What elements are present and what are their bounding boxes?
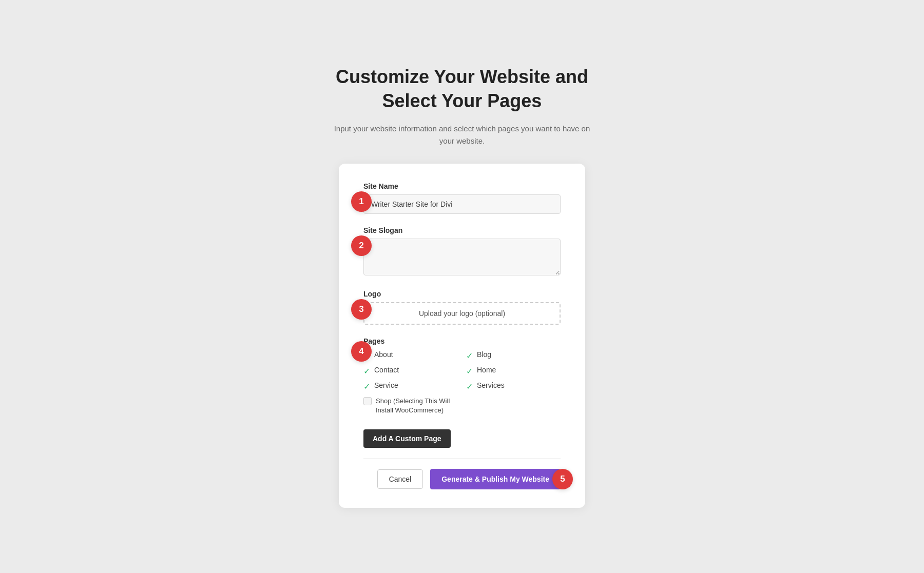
- page-label-services: Services: [477, 381, 505, 389]
- cancel-button[interactable]: Cancel: [377, 469, 424, 489]
- page-item-services[interactable]: ✓ Services: [466, 381, 561, 391]
- page-title: Customize Your Website and Select Your P…: [336, 65, 588, 113]
- logo-label: Logo: [363, 290, 561, 298]
- site-name-input[interactable]: [363, 194, 561, 214]
- step-3-badge: 3: [351, 299, 372, 320]
- step-1-badge: 1: [351, 191, 372, 212]
- generate-publish-button[interactable]: Generate & Publish My Website: [430, 469, 561, 489]
- page-label-shop: Shop (Selecting This Will Install WooCom…: [376, 397, 458, 415]
- check-icon-service: ✓: [363, 382, 370, 391]
- page-item-blog[interactable]: ✓ Blog: [466, 350, 561, 361]
- form-footer: Cancel Generate & Publish My Website 5: [363, 458, 561, 489]
- step-2-badge: 2: [351, 235, 372, 256]
- unchecked-box-shop: [363, 397, 372, 405]
- step-4-badge: 4: [351, 341, 372, 362]
- pages-label: Pages: [363, 337, 561, 345]
- logo-section: 3 Logo Upload your logo (optional): [363, 290, 561, 325]
- page-label-home: Home: [477, 366, 496, 374]
- check-icon-home: ✓: [466, 366, 473, 376]
- site-slogan-input[interactable]: [363, 239, 561, 275]
- pages-grid: ✓ About ✓ Blog ✓ Contact ✓ Home: [363, 350, 561, 415]
- page-item-about[interactable]: ✓ About: [363, 350, 458, 361]
- site-slogan-label: Site Slogan: [363, 226, 561, 234]
- page-item-home[interactable]: ✓ Home: [466, 366, 561, 376]
- step-5-badge: 5: [552, 469, 573, 489]
- check-icon-contact: ✓: [363, 366, 370, 376]
- page-container: Customize Your Website and Select Your P…: [231, 45, 693, 528]
- page-label-service: Service: [374, 381, 398, 389]
- page-subtitle: Input your website information and selec…: [334, 123, 590, 147]
- logo-upload-button[interactable]: Upload your logo (optional): [363, 302, 561, 325]
- page-item-service[interactable]: ✓ Service: [363, 381, 458, 391]
- form-card: 1 Site Name 2 Site Slogan 3 Logo Upload …: [339, 164, 585, 508]
- check-icon-blog: ✓: [466, 351, 473, 361]
- site-name-section: 1 Site Name: [363, 182, 561, 214]
- page-label-contact: Contact: [374, 366, 399, 374]
- page-label-about: About: [374, 350, 393, 359]
- site-slogan-section: 2 Site Slogan: [363, 226, 561, 278]
- pages-section: 4 Pages ✓ About ✓ Blog ✓ Contact: [363, 337, 561, 415]
- site-name-label: Site Name: [363, 182, 561, 190]
- add-custom-page-button[interactable]: Add A Custom Page: [363, 429, 451, 448]
- page-item-shop[interactable]: Shop (Selecting This Will Install WooCom…: [363, 397, 458, 415]
- page-item-contact[interactable]: ✓ Contact: [363, 366, 458, 376]
- check-icon-services: ✓: [466, 382, 473, 391]
- page-label-blog: Blog: [477, 350, 491, 359]
